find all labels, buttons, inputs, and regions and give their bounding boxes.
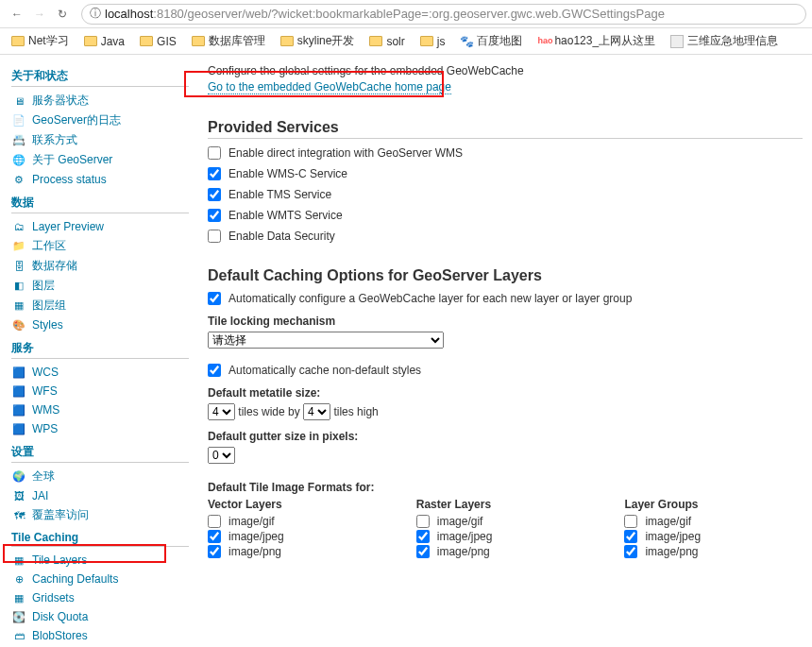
sidebar-item-caching-defaults[interactable]: ⊕Caching Defaults: [11, 571, 189, 587]
lbl-group-gif: image/gif: [645, 515, 691, 528]
col-vector: Vector Layers image/gif image/jpeg image…: [208, 498, 284, 560]
bookmark-item[interactable]: Java: [78, 33, 130, 50]
sidebar-item-styles[interactable]: 🎨Styles: [11, 317, 189, 332]
sidebar-item-tile-layers[interactable]: ▦Tile Layers: [11, 553, 189, 568]
chk-wmsc[interactable]: [208, 167, 221, 180]
chk-vector-jpeg[interactable]: [208, 530, 221, 543]
sidebar-item-coverage[interactable]: 🗺覆盖率访问: [11, 507, 189, 523]
folder-icon: [280, 36, 294, 46]
chk-direct-integration[interactable]: [208, 146, 221, 160]
sidebar-item-layers[interactable]: ◧图层: [11, 278, 189, 294]
lbl-metatile: Default metatile size:: [208, 386, 803, 400]
bookmark-item[interactable]: js: [414, 33, 451, 50]
lbl-group-png: image/png: [645, 545, 698, 558]
globe-icon: 🌍: [11, 469, 26, 485]
lbl-raster-gif: image/gif: [437, 515, 483, 528]
chk-tms[interactable]: [208, 188, 221, 201]
bookmark-item[interactable]: 数据库管理: [186, 31, 271, 51]
chk-wmts[interactable]: [208, 209, 221, 222]
sidebar-item-global[interactable]: 🌍全球: [11, 468, 189, 485]
chk-raster-png[interactable]: [416, 545, 430, 558]
bookmark-item[interactable]: solr: [364, 33, 410, 50]
chk-auto-cache-styles[interactable]: [208, 364, 221, 377]
layers-icon: 🗂: [11, 219, 26, 234]
chk-group-png[interactable]: [624, 545, 637, 558]
chk-raster-gif[interactable]: [416, 515, 430, 528]
select-gutter[interactable]: 0: [208, 447, 235, 464]
lbl-raster-png: image/png: [437, 545, 490, 558]
bookmark-item[interactable]: 🐾百度地图: [454, 31, 528, 51]
folder-icon: [140, 36, 153, 46]
sidebar: 关于和状态 🖥服务器状态 📄GeoServer的日志 📇联系方式 🌐关于 Geo…: [0, 55, 189, 647]
bookmark-item[interactable]: 三维应急地理信息: [665, 31, 784, 51]
lbl-formats: Default Tile Image Formats for:: [208, 481, 803, 494]
sidebar-heading-settings: 设置: [11, 444, 189, 463]
sidebar-item-workspaces[interactable]: 📁工作区: [11, 238, 189, 254]
wfs-icon: 🟦: [11, 383, 26, 399]
address-bar[interactable]: ⓘ localhost:8180/geoserver/web/?wicket:b…: [81, 4, 806, 25]
sidebar-item-stores[interactable]: 🗄数据存储: [11, 258, 189, 274]
jai-icon: 🖼: [11, 488, 26, 503]
sidebar-item-jai[interactable]: 🖼JAI: [11, 488, 189, 503]
hao123-icon: hao: [537, 36, 550, 47]
lbl-direct-integration: Enable direct integration with GeoServer…: [228, 146, 463, 160]
select-metatile-h[interactable]: 4: [303, 403, 330, 420]
bookmark-item[interactable]: GIS: [134, 33, 182, 50]
folder-icon: [84, 36, 97, 46]
back-button[interactable]: ←: [6, 3, 28, 26]
select-metatile-w[interactable]: 4: [208, 403, 235, 420]
bookmark-item[interactable]: skyline开发: [275, 31, 361, 51]
lbl-locking: Tile locking mechanism: [208, 315, 803, 328]
sidebar-item-process-status[interactable]: ⚙Process status: [11, 172, 189, 187]
chk-group-gif[interactable]: [624, 515, 637, 528]
select-locking[interactable]: 请选择: [208, 332, 444, 349]
sidebar-item-blobstores[interactable]: 🗃BlobStores: [11, 628, 189, 643]
sidebar-item-about[interactable]: 🌐关于 GeoServer: [11, 152, 189, 168]
main-content: Configure the global settings for the em…: [189, 55, 812, 647]
workspace-icon: 📁: [11, 239, 26, 254]
lbl-auto-cache-styles: Automatically cache non-default styles: [228, 364, 421, 377]
chk-data-security[interactable]: [208, 230, 221, 243]
sidebar-item-wms[interactable]: 🟦WMS: [11, 402, 189, 417]
chk-vector-gif[interactable]: [208, 515, 221, 528]
sidebar-item-contact[interactable]: 📇联系方式: [11, 132, 189, 148]
vector-title: Vector Layers: [208, 498, 284, 511]
sidebar-item-server-status[interactable]: 🖥服务器状态: [11, 93, 189, 109]
provided-services-title: Provided Services: [208, 119, 803, 139]
bookmarks-bar: Net学习 Java GIS 数据库管理 skyline开发 solr js 🐾…: [0, 28, 812, 55]
chk-auto-configure[interactable]: [208, 292, 221, 305]
sidebar-item-layer-preview[interactable]: 🗂Layer Preview: [11, 219, 189, 234]
sidebar-item-wcs[interactable]: 🟦WCS: [11, 365, 189, 380]
chk-vector-png[interactable]: [208, 545, 221, 558]
gridsets-icon: ▦: [11, 590, 26, 605]
chk-raster-jpeg[interactable]: [416, 530, 430, 543]
chk-group-jpeg[interactable]: [624, 530, 637, 543]
sidebar-item-wps[interactable]: 🟦WPS: [11, 421, 189, 436]
folder-icon: [192, 36, 205, 46]
site-info-icon[interactable]: ⓘ: [90, 6, 101, 22]
sidebar-item-layergroups[interactable]: ▦图层组: [11, 298, 189, 314]
folder-icon: [11, 36, 25, 46]
bookmark-icon: [670, 35, 684, 48]
geoserver-icon: 🌐: [11, 153, 26, 168]
sidebar-heading-about: 关于和状态: [11, 68, 189, 87]
bookmark-item[interactable]: Net学习: [6, 31, 75, 51]
gwc-home-link[interactable]: Go to the embedded GeoWebCache home page: [208, 80, 451, 94]
wms-icon: 🟦: [11, 402, 26, 417]
lbl-vector-gif: image/gif: [228, 515, 275, 528]
bookmark-item[interactable]: haohao123_上网从这里: [532, 31, 661, 51]
sidebar-item-logs[interactable]: 📄GeoServer的日志: [11, 112, 189, 128]
sidebar-item-gridsets[interactable]: ▦Gridsets: [11, 590, 189, 605]
gear-icon: ⚙: [11, 172, 26, 187]
configure-description: Configure the global settings for the em…: [208, 64, 803, 77]
browser-toolbar: ← → ↻ ⓘ localhost:8180/geoserver/web/?wi…: [0, 0, 812, 28]
forward-button[interactable]: →: [28, 3, 51, 26]
lbl-group-jpeg: image/jpeg: [645, 530, 701, 543]
server-icon: 🖥: [11, 94, 26, 109]
baidu-icon: 🐾: [460, 35, 473, 48]
lbl-wmsc: Enable WMS-C Service: [228, 167, 347, 180]
reload-button[interactable]: ↻: [51, 3, 74, 26]
wcs-icon: 🟦: [11, 365, 26, 380]
sidebar-item-disk-quota[interactable]: 💽Disk Quota: [11, 609, 189, 624]
sidebar-item-wfs[interactable]: 🟦WFS: [11, 383, 189, 399]
